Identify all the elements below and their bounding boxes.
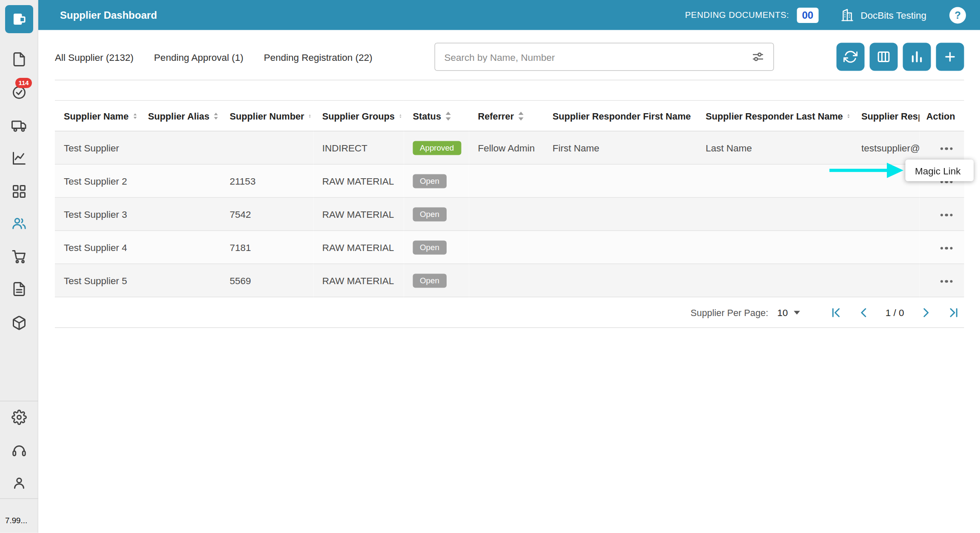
col-responder-first-name[interactable]: Supplier Responder First Name [544,100,697,131]
sidebar-item-documents[interactable] [11,52,27,67]
table-row[interactable]: Test Supplier 5 5569 RAW MATERIAL Open [55,264,964,297]
filter-sliders-icon[interactable] [752,51,764,63]
previous-page-button[interactable] [858,306,870,319]
sidebar-item-shipments[interactable] [11,118,27,134]
col-referrer[interactable]: Referrer [469,100,544,131]
tab-pending-registration[interactable]: Pending Registration (22) [264,51,372,63]
cell-supplier-number: 7181 [221,231,313,264]
truck-icon [11,118,27,134]
refresh-button[interactable] [836,43,864,71]
table-row[interactable]: Test Supplier 3 7542 RAW MATERIAL Open [55,197,964,231]
organization-switcher[interactable]: DocBits Testing [840,8,926,22]
last-page-button[interactable] [948,306,960,319]
col-supplier-name[interactable]: Supplier Name [55,100,139,131]
tab-all-supplier[interactable]: All Supplier (2132) [55,51,134,63]
cell-supplier-alias [139,231,221,264]
col-supplier-number[interactable]: Supplier Number [221,100,313,131]
cell-supplier-groups: RAW MATERIAL [313,197,404,231]
tab-pending-approval[interactable]: Pending Approval (1) [154,51,243,63]
sidebar-item-invoices[interactable] [11,282,27,297]
col-action: Action [920,100,964,131]
shopping-cart-icon [11,249,27,264]
table-row[interactable]: Test Supplier 2 21153 RAW MATERIAL Open [55,164,964,197]
sidebar-item-purchase-orders[interactable] [11,249,27,264]
notification-badge: 114 [15,78,32,88]
cell-supplier-alias [139,264,221,297]
per-page-select[interactable]: 10 [777,307,800,318]
sort-icon [847,111,850,120]
app-logo[interactable] [5,5,33,33]
cell-status: Open [404,264,469,297]
cell-responder-first-name: First Name [544,131,697,164]
per-page-value: 10 [777,307,788,318]
first-page-button[interactable] [829,306,842,319]
toolbar-actions [836,43,964,71]
status-badge: Open [413,207,447,221]
sidebar-item-packages[interactable] [11,315,27,331]
sidebar-divider [0,401,38,402]
cell-action [920,264,964,297]
sort-icon [309,111,311,120]
sidebar-item-suppliers[interactable] [11,216,27,231]
menu-item-magic-link[interactable]: Magic Link [915,165,961,176]
page-indicator: 1 / 0 [886,307,904,318]
col-responder-last-name[interactable]: Supplier Responder Last Name [697,100,852,131]
cell-responder-email [852,231,920,264]
col-supplier-alias[interactable]: Supplier Alias [139,100,221,131]
sidebar-item-profile[interactable] [11,476,27,491]
cell-supplier-alias [139,164,221,197]
sidebar-item-analytics[interactable] [11,151,27,166]
col-status[interactable]: Status [404,100,469,131]
help-button[interactable]: ? [949,7,966,23]
question-mark-icon: ? [954,9,961,21]
page-title: Supplier Dashboard [60,9,157,21]
headset-icon [11,443,27,458]
sort-icon [133,111,137,120]
status-badge: Open [413,274,447,288]
cell-referrer [469,164,544,197]
row-actions-button[interactable] [940,214,952,217]
package-icon [11,315,27,331]
table-row[interactable]: Test Supplier 4 7181 RAW MATERIAL Open [55,231,964,264]
chevron-left-icon [858,306,870,319]
cell-referrer: Fellow Admin [469,131,544,164]
pending-documents-label: PENDING DOCUMENTS: [685,10,789,20]
cell-responder-first-name [544,164,697,197]
columns-button[interactable] [869,43,897,71]
bar-chart-icon [910,50,924,64]
sidebar-item-modules[interactable] [11,184,27,199]
cell-referrer [469,264,544,297]
cell-status: Open [404,197,469,231]
sidebar-item-settings[interactable] [11,410,27,425]
status-badge: Open [413,240,447,254]
top-header: Supplier Dashboard PENDING DOCUMENTS: 00… [38,0,980,30]
pending-documents-count[interactable]: 00 [797,7,818,23]
cell-status: Open [404,164,469,197]
cell-responder-last-name [697,231,852,264]
chart-button[interactable] [903,43,931,71]
cell-responder-last-name: Last Name [697,131,852,164]
cell-supplier-alias [139,131,221,164]
tenant-name: DocBits Testing [860,10,926,21]
row-actions-button[interactable] [940,247,952,250]
col-supplier-groups[interactable]: Supplier Groups [313,100,404,131]
cell-responder-email [852,264,920,297]
col-responder-email[interactable]: Supplier Resp [852,100,920,131]
docbits-logo-icon [11,11,28,28]
table-row[interactable]: Test Supplier INDIRECT Approved Fellow A… [55,131,964,164]
sidebar-bottom-divider [0,499,38,499]
row-actions-button[interactable] [940,280,952,283]
sidebar-item-support[interactable] [11,443,27,458]
add-supplier-button[interactable] [936,43,964,71]
cell-supplier-number: 7542 [221,197,313,231]
cell-referrer [469,231,544,264]
cell-responder-first-name [544,264,697,297]
next-page-button[interactable] [920,306,932,319]
cell-supplier-alias [139,197,221,231]
sort-icon [399,111,401,120]
search-input[interactable] [444,51,752,63]
tabs-divider [55,80,964,81]
row-actions-button[interactable] [940,147,952,150]
cell-responder-last-name [697,197,852,231]
chevron-down-icon [794,311,800,314]
